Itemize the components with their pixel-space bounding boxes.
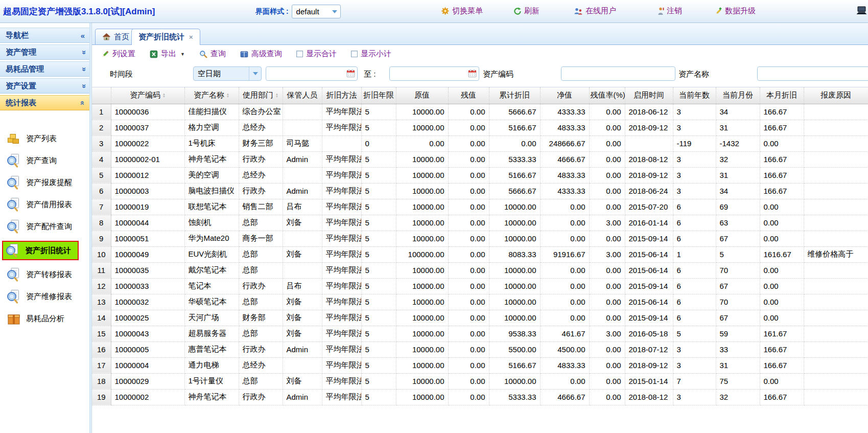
cell-current-months: 70 [716,262,760,278]
date-from-input[interactable] [266,66,358,81]
column-header-current-months[interactable]: 当前月份 [716,87,760,104]
checkbox-icon[interactable] [296,51,303,57]
table-row[interactable]: 1410000025天河广场财务部刘备平均年限法510000.000.00100… [92,310,868,326]
export-button[interactable]: 导出▼ [150,49,185,59]
column-header-original-value[interactable]: 原值 [396,87,448,104]
online-users-button[interactable]: 在线用户 [574,6,616,16]
cell-row-number: 8 [92,215,111,231]
sidebar-item-asset-scrap-reminder[interactable]: 资产报废提醒 [6,175,89,190]
table-row[interactable]: 1310000032华硕笔记本总部刘备平均年限法510000.000.00100… [92,294,868,310]
column-header-start-date[interactable]: 启用时间 [625,87,673,104]
query-button[interactable]: 查询 [199,49,226,59]
cell-depreciation-years: 5 [361,231,396,246]
table-row[interactable]: 1210000033笔记本行政办吕布平均年限法510000.000.001000… [92,278,868,294]
cell-month-depreciation: 161.67 [760,326,804,341]
advanced-query-button[interactable]: 高级查询 [240,49,282,59]
calendar-icon[interactable] [346,69,355,78]
cell-original-value: 10000.00 [396,167,448,183]
sidebar-section-asset-settings[interactable]: 资产设置« [0,78,89,94]
tab-label: 首页 [114,32,129,42]
cell-salvage-value: 0.00 [448,278,489,294]
sidebar-item-asset-parts-query[interactable]: 资产配件查询 [6,219,89,234]
sidebar-item-asset-borrow-report[interactable]: 资产借用报表 [6,197,89,212]
sidebar-item-consumable-analysis[interactable]: 易耗品分析 [6,311,89,326]
column-header-depreciation-years[interactable]: 折旧年限 [361,87,396,104]
asset-code-input[interactable] [561,66,675,81]
cell-accumulated-depreciation: 10000.00 [489,215,540,231]
interface-style-select[interactable]: default [292,5,341,18]
column-header-month-depreciation[interactable]: 本月折旧 [760,87,804,104]
table-row[interactable]: 810000044蚀刻机总部刘备平均年限法510000.000.0010000.… [92,215,868,231]
cell-current-months: 31 [716,357,760,373]
table-row[interactable]: 410000002-01神舟笔记本行政办Admin平均年限法510000.000… [92,151,868,167]
cell-depreciation-years: 5 [361,104,396,120]
column-header-salvage-rate[interactable]: 残值率(%) [589,87,625,104]
cell-row-number: 6 [92,183,111,199]
data-upgrade-button[interactable]: 数据升级 [714,6,756,16]
date-to-input[interactable] [389,66,479,81]
table-row[interactable]: 710000019联想笔记本销售二部吕布平均年限法510000.000.0010… [92,199,868,215]
chevron-down-icon [249,67,261,80]
show-total-checkbox[interactable]: 显示合计 [296,49,337,59]
export-label: 导出 [161,49,176,59]
table-row[interactable]: 18100000291号计量仪总部刘备平均年限法510000.000.00100… [92,373,868,389]
asset-name-input[interactable] [757,66,868,81]
close-icon[interactable]: × [189,33,193,41]
cell-accumulated-depreciation: 5666.67 [489,104,540,120]
switch-menu-button[interactable]: 切换菜单 [441,6,483,16]
cell-start-date: 2016-05-18 [625,326,673,341]
checkbox-icon[interactable] [351,51,358,57]
column-header-net-value[interactable]: 净值 [540,87,589,104]
table-row[interactable]: 610000003脑电波扫描仪行政办Admin平均年限法510000.000.0… [92,183,868,199]
table-row[interactable]: 1610000005惠普笔记本行政办Admin平均年限法510000.000.0… [92,341,868,357]
table-row[interactable]: 110000036佳能扫描仪综合办公室平均年限法510000.000.00566… [92,104,868,120]
table-row[interactable]: 1910000002神舟笔记本行政办Admin平均年限法510000.000.0… [92,389,868,405]
sidebar-item-asset-transfer-report[interactable]: 资产转移报表 [6,267,89,282]
column-settings-button[interactable]: 列设置 [101,49,135,59]
cell-asset-name: 笔记本 [184,278,239,294]
sidebar-item-asset-repair-report[interactable]: 资产维修报表 [6,289,89,304]
column-header-salvage-value[interactable]: 残值 [448,87,489,104]
monitor-icon[interactable] [856,6,867,15]
show-subtotal-checkbox[interactable]: 显示小计 [351,49,391,59]
cell-net-value: 0.00 [540,231,589,246]
switch-menu-button-label: 切换菜单 [452,6,483,16]
column-header-current-years[interactable]: 当前年数 [673,87,716,104]
column-header-depreciation-method[interactable]: 折旧方法 [322,87,361,104]
table-row[interactable]: 1510000043超易服务器总部刘备平均年限法510000.000.00953… [92,326,868,341]
sidebar-nav-header[interactable]: 导航栏 « [0,28,89,43]
sidebar-section-asset-management[interactable]: 资产管理« [0,44,89,60]
cell-salvage-value: 0.00 [448,151,489,167]
sidebar-section-statistics-reports[interactable]: 统计报表« [0,95,89,110]
tab-home[interactable]: 首页 [95,29,136,44]
logout-button[interactable]: 注销 [657,6,682,16]
column-header-asset-code[interactable]: 资产编码▲▼ [111,87,184,104]
sidebar-section-label: 易耗品管理 [6,64,44,74]
table-row[interactable]: 910000051华为Mate20商务一部平均年限法510000.000.001… [92,231,868,246]
table-row[interactable]: 1110000035戴尔笔记本总部平均年限法510000.000.0010000… [92,262,868,278]
cell-scrap-reason [804,357,868,373]
refresh-button[interactable]: 刷新 [513,6,539,16]
table-row[interactable]: 1710000004通力电梯总经办平均年限法510000.000.005166.… [92,357,868,373]
cell-salvage-value: 0.00 [448,326,489,341]
column-header-asset-name[interactable]: 资产名称▲▼ [184,87,239,104]
calendar-icon[interactable] [468,69,477,78]
sidebar-item-asset-list[interactable]: 资产列表 [6,131,89,146]
table-row[interactable]: 210000037格力空调总经办平均年限法510000.000.005166.6… [92,120,868,135]
collapse-left-icon[interactable]: « [81,31,85,40]
date-type-select[interactable]: 空日期 [193,66,262,81]
table-row[interactable]: 510000012美的空调总经办平均年限法510000.000.005166.6… [92,167,868,183]
cell-salvage-value: 0.00 [448,373,489,389]
column-header-accumulated-depreciation[interactable]: 累计折旧 [489,87,540,104]
cell-start-date: 2015-06-14 [625,262,673,278]
tab-asset-depreciation-stats[interactable]: 资产折旧统计× [131,29,200,45]
sidebar-item-asset-depreciation-stats[interactable]: 资产折旧统计 [2,241,79,260]
table-row[interactable]: 1010000049EUV光刻机总部刘备平均年限法5100000.000.008… [92,246,868,262]
sidebar-section-consumable-management[interactable]: 易耗品管理« [0,61,89,77]
column-header-scrap-reason[interactable]: 报废原因 [804,87,868,104]
sidebar-item-asset-query[interactable]: 资产查询 [6,153,89,168]
table-row[interactable]: 3100000221号机床财务三部司马懿00.000.000.00248666.… [92,135,868,151]
column-header-department[interactable]: 使用部门▲▼ [239,87,283,104]
column-header-row-number[interactable] [92,87,111,104]
column-header-custodian[interactable]: 保管人员 [283,87,322,104]
